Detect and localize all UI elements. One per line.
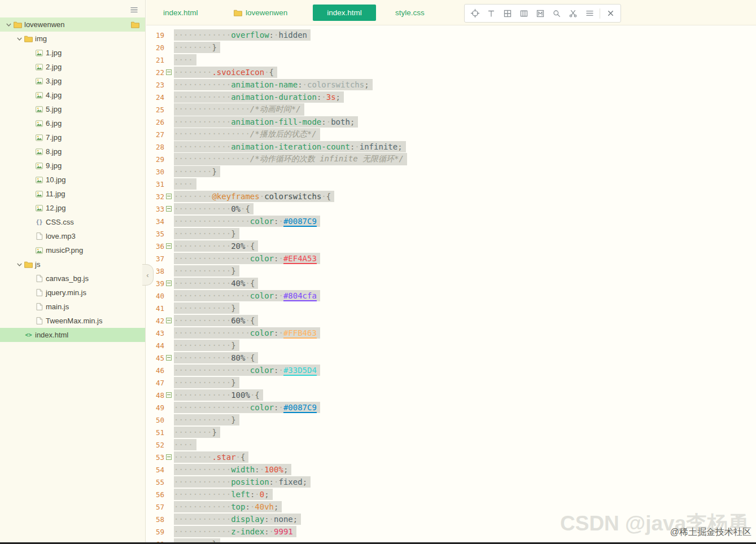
code-line[interactable]: 20········} bbox=[146, 41, 756, 54]
code-editor[interactable]: 19············overflow:·hidden20········… bbox=[146, 25, 756, 544]
code-line[interactable]: 35············} bbox=[146, 227, 756, 240]
fold-marker-icon[interactable] bbox=[164, 243, 173, 249]
code-line[interactable]: 51········} bbox=[146, 426, 756, 438]
code-line[interactable]: 41············} bbox=[146, 302, 756, 314]
tree-item-img[interactable]: img bbox=[0, 32, 145, 46]
code-line[interactable]: 40················color:·#804cfa bbox=[146, 289, 756, 302]
code-line[interactable]: 47············} bbox=[146, 376, 756, 389]
menu-icon[interactable] bbox=[583, 7, 596, 20]
code-line[interactable]: 28············animation-iteration-count:… bbox=[146, 141, 756, 153]
tab-index-html[interactable]: index.html bbox=[313, 5, 376, 21]
tree-item-11-jpg[interactable]: 11.jpg bbox=[0, 187, 145, 201]
fold-marker-icon[interactable] bbox=[164, 318, 173, 323]
tree-item-lovewenwen[interactable]: lovewenwen bbox=[0, 17, 145, 32]
code-text: ············overflow:·hidden bbox=[174, 29, 311, 41]
code-line[interactable]: 38············} bbox=[146, 265, 756, 277]
code-line[interactable]: 50············} bbox=[146, 414, 756, 426]
code-line[interactable]: 39············40%·{ bbox=[146, 277, 756, 289]
search-icon[interactable] bbox=[550, 7, 563, 20]
fold-marker-icon[interactable] bbox=[164, 392, 173, 398]
tree-item-1-jpg[interactable]: 1.jpg bbox=[0, 46, 145, 60]
code-line[interactable]: 37················color:·#EF4A53 bbox=[146, 252, 756, 265]
code-line[interactable]: 44············} bbox=[146, 339, 756, 352]
tree-item-5-jpg[interactable]: 5.jpg bbox=[0, 102, 145, 116]
fold-marker-icon[interactable] bbox=[164, 194, 173, 199]
code-text: ················/*播放后的状态*/ bbox=[174, 128, 320, 141]
fold-marker-icon[interactable] bbox=[164, 206, 173, 212]
code-line[interactable]: 42············60%·{ bbox=[146, 314, 756, 327]
file-icon bbox=[34, 289, 44, 296]
code-line[interactable]: 49················color:·#0087C9 bbox=[146, 401, 756, 414]
code-line[interactable]: 36············20%·{ bbox=[146, 240, 756, 252]
marker-icon[interactable] bbox=[534, 7, 547, 20]
text-icon[interactable] bbox=[485, 7, 497, 20]
tree-item-js[interactable]: js bbox=[0, 257, 145, 271]
tree-item-2-jpg[interactable]: 2.jpg bbox=[0, 60, 145, 74]
line-number: 55 bbox=[146, 478, 164, 486]
code-line[interactable]: 59············z-index:·9991 bbox=[146, 525, 756, 538]
fold-marker-icon[interactable] bbox=[164, 280, 173, 286]
line-number: 30 bbox=[146, 168, 164, 176]
tree-item-12-jpg[interactable]: 12.jpg bbox=[0, 201, 145, 215]
code-line[interactable]: 53········.star·{ bbox=[146, 451, 756, 463]
grid-icon[interactable] bbox=[501, 7, 514, 20]
close-icon[interactable] bbox=[604, 7, 617, 20]
fold-marker-icon[interactable] bbox=[164, 355, 173, 361]
breadcrumb-file[interactable]: index.html bbox=[163, 0, 198, 25]
tree-item-css-css[interactable]: {}CSS.css bbox=[0, 215, 145, 229]
code-line[interactable]: 22········.svoiceIcon·{ bbox=[146, 66, 756, 78]
code-line[interactable]: 23············animation-name:·colorswitc… bbox=[146, 78, 756, 91]
tree-item-6-jpg[interactable]: 6.jpg bbox=[0, 116, 145, 130]
code-line[interactable]: 58············display:·none; bbox=[146, 513, 756, 525]
tree-item-10-jpg[interactable]: 10.jpg bbox=[0, 173, 145, 187]
code-line[interactable]: 21···· bbox=[146, 54, 756, 66]
code-line[interactable]: 48············100%·{ bbox=[146, 389, 756, 401]
new-folder-icon[interactable] bbox=[131, 21, 139, 28]
line-number: 59 bbox=[146, 528, 164, 536]
chevron-down-icon[interactable] bbox=[15, 37, 24, 41]
code-line[interactable]: 57············top:·40vh; bbox=[146, 501, 756, 513]
code-line[interactable]: 45············80%·{ bbox=[146, 352, 756, 364]
tab-style-css[interactable]: style.css bbox=[379, 5, 441, 21]
code-line[interactable]: 43················color:·#FFB463 bbox=[146, 327, 756, 339]
code-line[interactable]: 24············animation-duration:·3s; bbox=[146, 91, 756, 103]
code-line[interactable]: 32········@keyframes·colorswitchs·{ bbox=[146, 190, 756, 203]
fold-marker-icon[interactable] bbox=[164, 69, 173, 75]
tree-item-jquery-min-js[interactable]: jquery.min.js bbox=[0, 286, 145, 300]
code-line[interactable]: 25················/*动画时间*/ bbox=[146, 103, 756, 116]
code-line[interactable]: 56············left:·0; bbox=[146, 488, 756, 501]
tree-item-3-jpg[interactable]: 3.jpg bbox=[0, 74, 145, 88]
code-line[interactable]: 26············animation-fill-mode:·both; bbox=[146, 116, 756, 128]
columns-icon[interactable] bbox=[518, 7, 530, 20]
scissors-icon[interactable] bbox=[567, 7, 579, 20]
tree-item-tweenmax-min-js[interactable]: TweenMax.min.js bbox=[0, 314, 145, 328]
breadcrumb-folder[interactable]: lovewenwen bbox=[234, 0, 287, 25]
code-line[interactable]: 34················color:·#0087C9 bbox=[146, 215, 756, 227]
code-line[interactable]: 19············overflow:·hidden bbox=[146, 29, 756, 41]
code-line[interactable]: 54············width:·100%; bbox=[146, 463, 756, 476]
chevron-down-icon[interactable] bbox=[15, 263, 24, 266]
code-line[interactable]: 31···· bbox=[146, 178, 756, 190]
tree-item-canvas-bg-js[interactable]: canvas_bg.js bbox=[0, 271, 145, 286]
image-file-icon bbox=[34, 177, 44, 183]
code-line[interactable]: 27················/*播放后的状态*/ bbox=[146, 128, 756, 141]
tree-item-9-jpg[interactable]: 9.jpg bbox=[0, 159, 145, 173]
tree-item-main-js[interactable]: main.js bbox=[0, 300, 145, 314]
code-line[interactable]: 55············position:·fixed; bbox=[146, 476, 756, 488]
tree-item-8-jpg[interactable]: 8.jpg bbox=[0, 144, 145, 159]
tree-item-love-mp3[interactable]: love.mp3 bbox=[0, 229, 145, 243]
tree-item-index-html[interactable]: <>index.html bbox=[0, 328, 145, 342]
tree-item-musicp-png[interactable]: musicP.png bbox=[0, 243, 145, 257]
tree-item-4-jpg[interactable]: 4.jpg bbox=[0, 88, 145, 102]
sidebar-collapse-handle[interactable]: ‹ bbox=[142, 264, 154, 286]
code-line[interactable]: 33············0%·{ bbox=[146, 203, 756, 215]
code-line[interactable]: 52···· bbox=[146, 438, 756, 451]
chevron-down-icon[interactable] bbox=[5, 23, 13, 27]
code-line[interactable]: 46················color:·#33D5D4 bbox=[146, 364, 756, 376]
tree-item-7-jpg[interactable]: 7.jpg bbox=[0, 130, 145, 144]
target-icon[interactable] bbox=[469, 7, 481, 20]
fold-marker-icon[interactable] bbox=[164, 454, 173, 460]
code-line[interactable]: 29················/*动作循环的次数 infinite 无限循… bbox=[146, 153, 756, 165]
code-line[interactable]: 30········} bbox=[146, 165, 756, 178]
sidebar-menu-icon[interactable] bbox=[129, 5, 139, 15]
